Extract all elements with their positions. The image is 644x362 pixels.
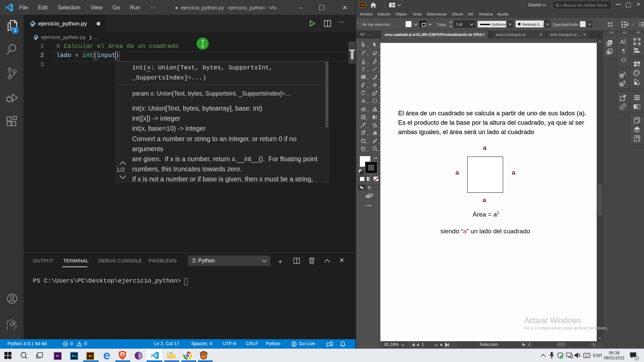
svg-text:O: O <box>621 56 626 63</box>
svg-text:¶: ¶ <box>623 80 626 85</box>
svg-text:¶: ¶ <box>622 48 625 54</box>
svg-text:T: T <box>362 66 365 72</box>
svg-text:A: A <box>623 71 626 76</box>
svg-text:A: A <box>620 39 624 45</box>
